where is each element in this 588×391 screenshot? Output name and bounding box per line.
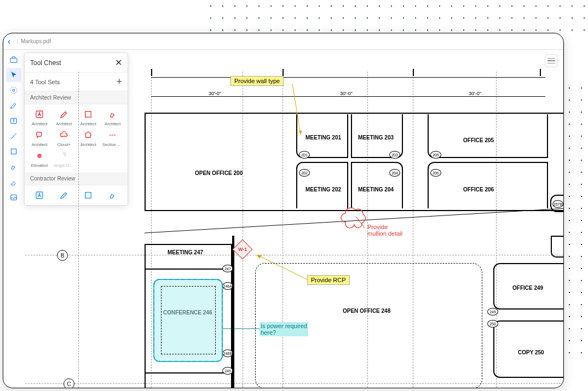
room-meeting-201: MEETING 201 xyxy=(305,135,341,141)
room-office-206: OFFICE 206 xyxy=(463,186,494,192)
door-tag-205: 205 xyxy=(430,151,441,159)
door-tag-250: 250 xyxy=(487,320,498,328)
room-meeting-247: MEETING 247 xyxy=(168,249,203,255)
room-open-office-248: OPEN OFFICE 248 xyxy=(343,308,390,314)
document-title: Markups.pdf xyxy=(21,38,51,44)
room-meeting-202: MEETING 202 xyxy=(305,186,341,192)
markup-mullion[interactable]: Provide mullion detail xyxy=(367,224,402,237)
room-copy-250: COPY 250 xyxy=(518,349,544,355)
svg-marker-17 xyxy=(257,255,262,259)
door-tag-204: 204 xyxy=(389,169,400,177)
door-tag-201: 201 xyxy=(299,151,310,159)
dim-bay3: 30'-0" xyxy=(469,91,481,96)
dim-bay1: 30'-0" xyxy=(209,91,221,96)
room-office-249: OFFICE 249 xyxy=(512,285,543,291)
markup-provide-wall-type[interactable]: Provide wall type xyxy=(230,76,284,86)
drawing-canvas[interactable]: 30'-0" 30'-0" 30'-0" B C OPEN OFFICE 200… xyxy=(3,50,563,388)
room-open-office-200: OPEN OFFICE 200 xyxy=(195,170,243,176)
door-tag-207b: 207B xyxy=(552,200,563,208)
markup-provide-rcp[interactable]: Provide RCP xyxy=(307,275,350,285)
grid-bubble-c: C xyxy=(64,378,74,388)
dim-bay2: 30'-0" xyxy=(340,91,353,96)
door-tag-203: 203 xyxy=(389,151,400,159)
titlebar: ‹ | Markups.pdf xyxy=(3,33,563,50)
door-tag-206: 206 xyxy=(430,169,441,177)
markup-w1[interactable]: W-1 xyxy=(233,240,253,260)
cloud-markup[interactable] xyxy=(340,206,367,230)
door-tag-202: 202 xyxy=(299,169,310,177)
back-button[interactable]: ‹ xyxy=(8,37,10,46)
grid-bubble-b: B xyxy=(57,250,68,261)
door-tag-245: 245 xyxy=(222,367,233,375)
room-office-205: OFFICE 205 xyxy=(463,137,494,143)
markup-power-q[interactable]: Is power required here? xyxy=(260,322,308,336)
room-meeting-203: MEETING 203 xyxy=(358,135,394,141)
app-window: ‹ | Markups.pdf Tool Chest ✕ 4 Tool Sets… xyxy=(3,33,564,388)
room-meeting-204: MEETING 204 xyxy=(358,186,394,192)
door-tag-247: 247 xyxy=(222,265,233,272)
door-tag-249: 249 xyxy=(487,308,498,316)
